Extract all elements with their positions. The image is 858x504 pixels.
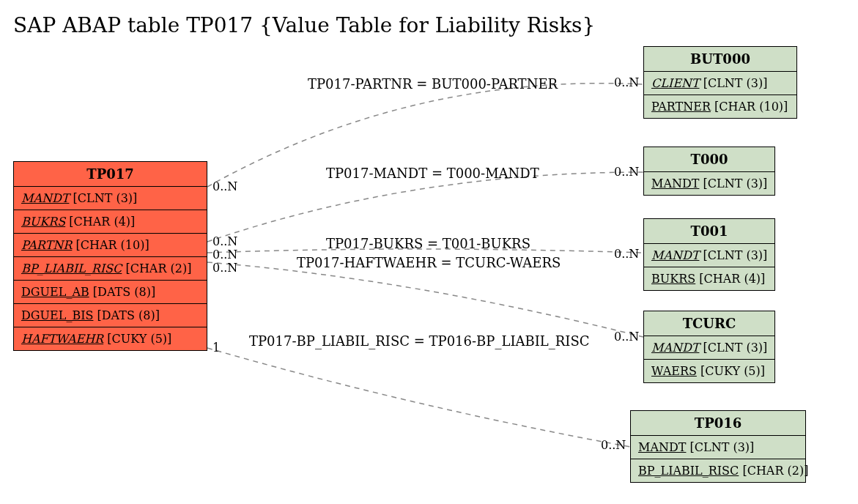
table-tp016: TP016 MANDT [CLNT (3)] BP_LIABIL_RISC [C… bbox=[630, 410, 806, 483]
table-header: T001 bbox=[644, 219, 774, 244]
relation-label: TP017-BUKRS = T001-BUKRS bbox=[326, 236, 530, 251]
table-row: WAERS [CUKY (5)] bbox=[644, 360, 774, 382]
table-row: DGUEL_AB [DATS (8)] bbox=[14, 281, 207, 304]
table-t001: T001 MANDT [CLNT (3)] BUKRS [CHAR (4)] bbox=[643, 218, 775, 291]
cardinality: 0..N bbox=[614, 75, 639, 89]
cardinality: 0..N bbox=[601, 438, 626, 452]
table-row: BP_LIABIL_RISC [CHAR (2)] bbox=[14, 257, 207, 281]
cardinality: 0..N bbox=[614, 330, 639, 344]
table-header: BUT000 bbox=[644, 47, 796, 72]
table-row: MANDT [CLNT (3)] bbox=[644, 244, 774, 267]
table-header: TP017 bbox=[14, 162, 207, 187]
table-header: TCURC bbox=[644, 311, 774, 336]
cardinality: 1 bbox=[212, 341, 220, 355]
table-tp017: TP017 MANDT [CLNT (3)] BUKRS [CHAR (4)] … bbox=[13, 161, 207, 351]
table-header: TP016 bbox=[631, 411, 805, 436]
cardinality: 0..N bbox=[614, 247, 639, 261]
table-row: BUKRS [CHAR (4)] bbox=[644, 267, 774, 290]
table-row: DGUEL_BIS [DATS (8)] bbox=[14, 304, 207, 327]
table-row: HAFTWAEHR [CUKY (5)] bbox=[14, 327, 207, 350]
table-row: PARTNR [CHAR (10)] bbox=[14, 234, 207, 257]
table-row: MANDT [CLNT (3)] bbox=[631, 436, 805, 459]
table-row: CLIENT [CLNT (3)] bbox=[644, 72, 796, 95]
table-row: BUKRS [CHAR (4)] bbox=[14, 210, 207, 234]
table-header: T000 bbox=[644, 147, 774, 172]
table-row: BP_LIABIL_RISC [CHAR (2)] bbox=[631, 459, 805, 482]
cardinality: 0..N bbox=[212, 248, 237, 262]
relation-label: TP017-BP_LIABIL_RISC = TP016-BP_LIABIL_R… bbox=[249, 333, 590, 349]
table-row: MANDT [CLNT (3)] bbox=[644, 336, 774, 360]
table-tcurc: TCURC MANDT [CLNT (3)] WAERS [CUKY (5)] bbox=[643, 311, 775, 383]
relation-label: TP017-PARTNR = BUT000-PARTNER bbox=[308, 76, 558, 92]
table-but000: BUT000 CLIENT [CLNT (3)] PARTNER [CHAR (… bbox=[643, 46, 797, 119]
cardinality: 0..N bbox=[212, 234, 237, 248]
page-title: SAP ABAP table TP017 {Value Table for Li… bbox=[13, 13, 595, 37]
relation-label: TP017-MANDT = T000-MANDT bbox=[326, 166, 539, 181]
table-row: PARTNER [CHAR (10)] bbox=[644, 95, 796, 118]
relation-label: TP017-HAFTWAEHR = TCURC-WAERS bbox=[297, 255, 561, 270]
cardinality: 0..N bbox=[212, 179, 237, 193]
cardinality: 0..N bbox=[614, 165, 639, 179]
table-t000: T000 MANDT [CLNT (3)] bbox=[643, 147, 775, 196]
table-row: MANDT [CLNT (3)] bbox=[644, 172, 774, 195]
table-row: MANDT [CLNT (3)] bbox=[14, 187, 207, 210]
cardinality: 0..N bbox=[212, 261, 237, 275]
